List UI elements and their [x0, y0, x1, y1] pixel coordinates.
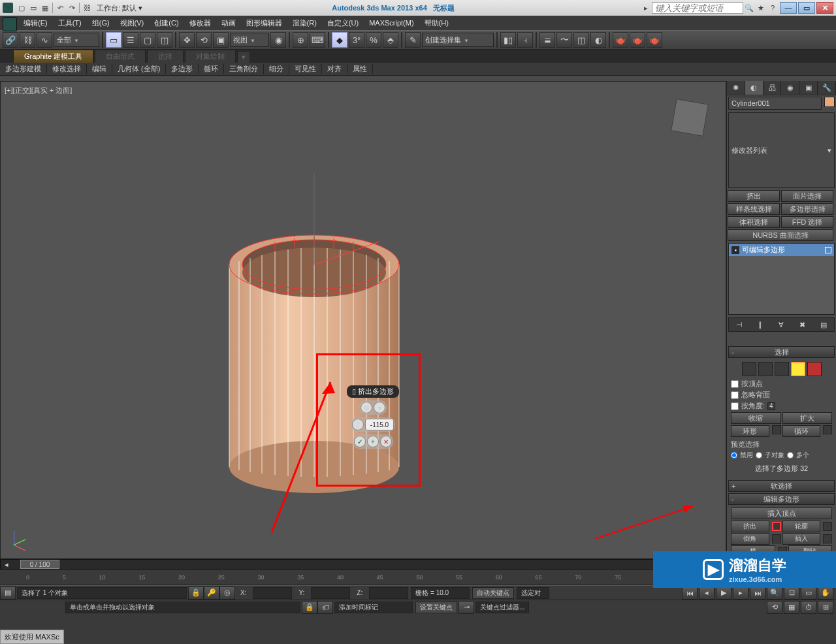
- subobj-edge[interactable]: [758, 362, 773, 376]
- menu-edit[interactable]: 编辑(E): [18, 18, 53, 28]
- ribbon-tab-paint[interactable]: 对象绘制: [185, 50, 236, 63]
- menu-anim[interactable]: 动画: [216, 18, 241, 28]
- preview-subobj[interactable]: [756, 452, 762, 459]
- config-icon[interactable]: ▤: [817, 319, 830, 330]
- move-tool-icon[interactable]: ✥: [179, 32, 195, 48]
- star-icon[interactable]: ★: [755, 2, 767, 14]
- ribbon-collapse-icon[interactable]: ▾: [237, 51, 250, 63]
- spinner-snap-icon[interactable]: ⬘: [383, 32, 398, 48]
- menu-group[interactable]: 组(G): [87, 18, 115, 28]
- menu-grapheditor[interactable]: 图形编辑器: [241, 18, 287, 28]
- rollout-selection[interactable]: -选择: [728, 346, 835, 358]
- btn-outline-settings[interactable]: [823, 522, 832, 531]
- cp-tab-modify[interactable]: ◐: [745, 81, 764, 95]
- caddy-height-icon[interactable]: ▯: [352, 419, 364, 430]
- new-icon[interactable]: ▢: [16, 2, 27, 14]
- rib-poly[interactable]: 多边形: [166, 64, 199, 74]
- tag-icon[interactable]: 🏷: [317, 601, 333, 614]
- next-frame-icon[interactable]: ▸: [733, 587, 748, 600]
- btn-outline[interactable]: 轮廓: [782, 521, 821, 532]
- nav-zoom-icon[interactable]: 🔍: [767, 587, 782, 600]
- angle-snap-icon[interactable]: 3°: [349, 32, 364, 48]
- maximize-button[interactable]: ▭: [798, 2, 815, 14]
- rib-subdiv[interactable]: 细分: [264, 64, 289, 74]
- redo-icon[interactable]: ↷: [66, 2, 78, 14]
- goto-start-icon[interactable]: ⏮: [682, 587, 698, 600]
- menu-render[interactable]: 渲染(R): [287, 18, 322, 28]
- mod-nurbs[interactable]: NURBS 曲面选择: [728, 229, 833, 241]
- key-filters[interactable]: 关键点过滤器...: [475, 602, 529, 613]
- lock-icon[interactable]: 🔒: [302, 601, 317, 614]
- menu-modifier[interactable]: 修改器: [184, 18, 216, 28]
- caddy-ok-button[interactable]: ✓: [354, 436, 366, 447]
- bind-icon[interactable]: ∿: [37, 32, 52, 48]
- angle-spinner[interactable]: [767, 402, 775, 410]
- help-search-input[interactable]: [652, 2, 743, 14]
- menu-help[interactable]: 帮助(H): [419, 18, 454, 28]
- rib-loop[interactable]: 循环: [199, 64, 224, 74]
- setkey-icon[interactable]: ⊸: [458, 601, 474, 614]
- align-icon[interactable]: ⫞: [517, 32, 533, 48]
- rotate-tool-icon[interactable]: ⟲: [196, 32, 212, 48]
- btn-loop[interactable]: 循环: [782, 425, 821, 437]
- remove-mod-icon[interactable]: ✖: [796, 319, 809, 330]
- ring-spinner[interactable]: [772, 425, 781, 434]
- btn-insert-vertex[interactable]: 插入顶点: [731, 507, 832, 519]
- prev-frame-icon[interactable]: ◂: [699, 587, 715, 600]
- isolate-icon[interactable]: ◎: [219, 587, 235, 600]
- play-icon[interactable]: ▶: [716, 587, 732, 600]
- save-icon[interactable]: ▦: [39, 2, 51, 14]
- caddy-height-value[interactable]: -115.0: [365, 419, 394, 430]
- viewcube[interactable]: [671, 99, 709, 137]
- workspace-dropdown[interactable]: 工作台: 默认 ▾: [93, 3, 146, 13]
- pin-stack-icon[interactable]: ⊣: [733, 319, 746, 330]
- modifier-stack[interactable]: ▪可编辑多边形: [728, 243, 835, 315]
- select-region-icon[interactable]: ▢: [140, 32, 155, 48]
- menu-custom[interactable]: 自定义(U): [322, 18, 364, 28]
- caddy-type-button[interactable]: ⊞: [361, 402, 372, 413]
- nav-orbit-icon[interactable]: ⟲: [767, 601, 782, 614]
- render-frame-icon[interactable]: 🫖: [630, 32, 645, 48]
- autokey-button[interactable]: 自动关键点: [472, 587, 514, 599]
- select-name-icon[interactable]: ☰: [123, 32, 138, 48]
- subobj-polygon[interactable]: [791, 362, 805, 376]
- select-tool-icon[interactable]: ▭: [106, 32, 121, 48]
- named-sel-edit-icon[interactable]: ✎: [405, 32, 421, 48]
- rib-tri[interactable]: 三角剖分: [224, 64, 264, 74]
- viewport[interactable]: [+][正交][真实 + 边面]: [0, 81, 726, 559]
- stack-item-editpoly[interactable]: ▪可编辑多边形: [729, 244, 834, 256]
- link-icon[interactable]: 🔗: [3, 32, 18, 48]
- viewport-label[interactable]: [+][正交][真实 + 边面]: [5, 86, 72, 95]
- rib-vis[interactable]: 可见性: [289, 64, 322, 74]
- lock-sel-icon[interactable]: 🔒: [188, 587, 204, 600]
- percent-snap-icon[interactable]: %: [366, 32, 381, 48]
- timeconfig-icon[interactable]: ⏱: [801, 601, 816, 614]
- ribbon-tab-select[interactable]: 选择: [147, 50, 184, 63]
- caddy-type-arrow[interactable]: ▾: [374, 402, 385, 413]
- mirror-icon[interactable]: ▮▯: [500, 32, 516, 48]
- nav-pan-icon[interactable]: ✋: [818, 587, 833, 600]
- goto-end-icon[interactable]: ⏭: [750, 587, 765, 600]
- app-menu-button[interactable]: [3, 17, 17, 31]
- rib-polymodel[interactable]: 多边形建模: [0, 64, 47, 74]
- maxscript-mini[interactable]: ▤: [0, 587, 16, 600]
- time-handle[interactable]: 0 / 100: [20, 560, 59, 569]
- show-result-icon[interactable]: ∥: [754, 319, 767, 330]
- menu-maxscript[interactable]: MAXScript(M): [364, 19, 419, 27]
- preview-multi[interactable]: [787, 452, 794, 459]
- cp-tab-hierarchy[interactable]: 品: [764, 81, 782, 95]
- undo-icon[interactable]: ↶: [54, 2, 66, 14]
- cp-tab-create[interactable]: ✺: [727, 81, 745, 95]
- curve-editor-icon[interactable]: 〜: [556, 32, 572, 48]
- material-editor-icon[interactable]: ◐: [590, 32, 606, 48]
- menu-view[interactable]: 视图(V): [115, 18, 150, 28]
- btn-inset-settings[interactable]: [823, 534, 832, 543]
- minimize-button[interactable]: —: [780, 2, 797, 14]
- open-icon[interactable]: ▭: [27, 2, 39, 14]
- help-icon[interactable]: ?: [767, 2, 779, 14]
- modifier-list-dropdown[interactable]: 修改器列表▾: [728, 112, 835, 188]
- make-unique-icon[interactable]: ∀: [775, 319, 788, 330]
- y-field[interactable]: [311, 587, 350, 599]
- object-name-field[interactable]: Cylinder001: [728, 97, 822, 110]
- keymode-icon[interactable]: ⌨: [310, 32, 325, 48]
